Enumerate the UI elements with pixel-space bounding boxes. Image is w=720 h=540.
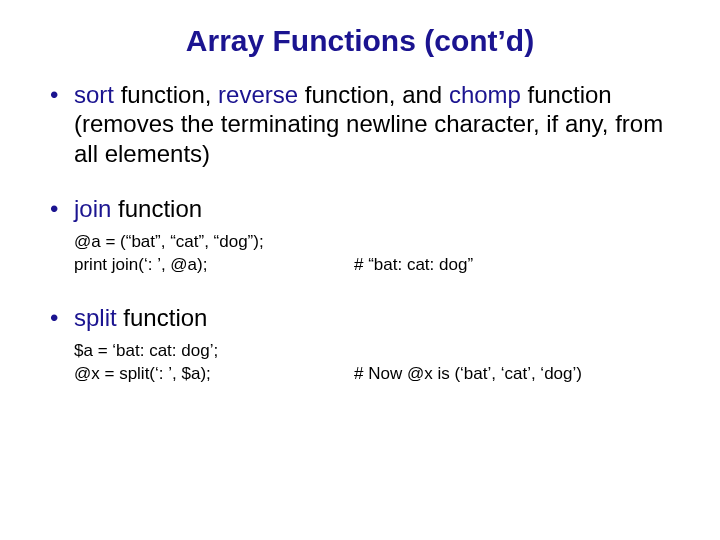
code-row: print join(‘: ’, @a); # “bat: cat: dog” — [74, 254, 680, 277]
bullet-split: split function $a = ‘bat: cat: dog’; @x … — [40, 303, 680, 386]
bullet-join: join function @a = (“bat”, “cat”, “dog”)… — [40, 194, 680, 277]
text: function — [117, 304, 208, 331]
code-comment: # “bat: cat: dog” — [354, 254, 680, 277]
slide: Array Functions (cont’d) sort function, … — [0, 0, 720, 540]
code-line: $a = ‘bat: cat: dog’; — [74, 340, 354, 363]
keyword-join: join — [74, 195, 111, 222]
keyword-reverse: reverse — [218, 81, 298, 108]
code-line: @a = (“bat”, “cat”, “dog”); — [74, 231, 354, 254]
code-comment: # Now @x is (‘bat’, ‘cat’, ‘dog’) — [354, 363, 680, 386]
code-row: @x = split(‘: ’, $a); # Now @x is (‘bat’… — [74, 363, 680, 386]
code-line: print join(‘: ’, @a); — [74, 254, 354, 277]
code-block-split: $a = ‘bat: cat: dog’; @x = split(‘: ’, $… — [74, 340, 680, 386]
slide-title: Array Functions (cont’d) — [40, 24, 680, 58]
text: function, and — [298, 81, 449, 108]
bullet-list: sort function, reverse function, and cho… — [40, 80, 680, 386]
keyword-chomp: chomp — [449, 81, 521, 108]
code-block-join: @a = (“bat”, “cat”, “dog”); print join(‘… — [74, 231, 680, 277]
text: function, — [114, 81, 218, 108]
code-row: @a = (“bat”, “cat”, “dog”); — [74, 231, 680, 254]
code-empty — [354, 340, 680, 363]
code-line: @x = split(‘: ’, $a); — [74, 363, 354, 386]
code-empty — [354, 231, 680, 254]
keyword-split: split — [74, 304, 117, 331]
code-row: $a = ‘bat: cat: dog’; — [74, 340, 680, 363]
bullet-sort-reverse-chomp: sort function, reverse function, and cho… — [40, 80, 680, 168]
text: function — [111, 195, 202, 222]
keyword-sort: sort — [74, 81, 114, 108]
